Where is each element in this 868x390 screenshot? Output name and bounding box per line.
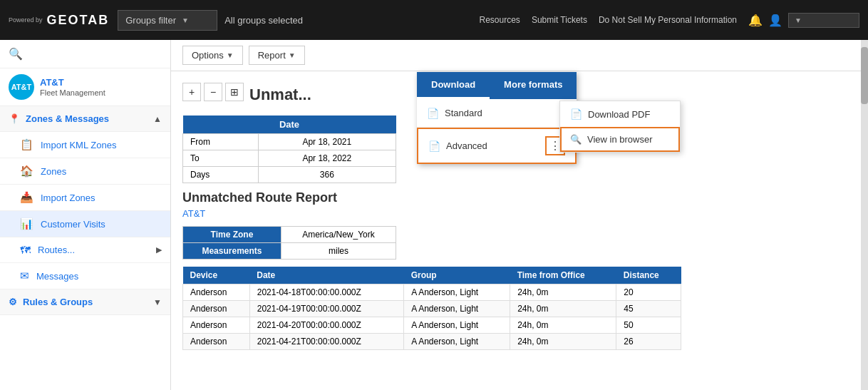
sub-dropdown: 📄 Download PDF 🔍 View in browser (559, 101, 681, 153)
customer-visits-icon: 📊 (20, 217, 33, 230)
download-pdf-item[interactable]: 📄 Download PDF (560, 101, 680, 127)
sidebar-brand: AT&T AT&T Fleet Management (0, 68, 170, 106)
main-content: Options ▼ Report ▼ + − ⊞ (171, 40, 868, 390)
col-header-device: Device (183, 267, 250, 284)
table-row: Anderson2021-04-20T00:00:00.000ZA Anders… (183, 317, 681, 334)
sidebar-section-rules-groups: ⚙ Rules & Groups ▼ (0, 289, 170, 315)
table-cell-4: 26 (616, 334, 681, 350)
top-bar-right: Resources Submit Tickets Do Not Sell My … (480, 13, 859, 28)
zones-icon: 🏠 (20, 165, 33, 178)
sidebar-item-zones[interactable]: 🏠 Zones (0, 158, 170, 185)
sidebar-section-header-zones[interactable]: 📍 Zones & Messages ▲ (0, 106, 170, 132)
advanced-item[interactable]: 📄 Advanced ⋮ (417, 128, 577, 164)
table-cell-1: 2021-04-19T00:00:00.000Z (249, 301, 403, 317)
download-tab[interactable]: Download (417, 72, 490, 99)
report-company: AT&T (182, 208, 857, 219)
zones-section-chevron-icon: ▲ (153, 114, 162, 124)
sidebar-item-import-zones[interactable]: 📥 Import Zones (0, 185, 170, 211)
col-header-distance: Distance (616, 267, 681, 284)
sidebar-section-header-rules[interactable]: ⚙ Rules & Groups ▼ (0, 289, 170, 315)
zones-section-icon: 📍 (9, 113, 20, 124)
search-icon[interactable]: 🔍 (9, 47, 23, 61)
sidebar-section-header-left: 📍 Zones & Messages (9, 113, 109, 124)
date-table: Date From Apr 18, 2021 To Apr 18, 2022 D… (182, 116, 396, 183)
customer-visits-label: Customer Visits (41, 219, 105, 230)
geotab-logo: Powered by GEOTAB (9, 13, 109, 28)
table-cell-3: 24h, 0m (510, 301, 616, 317)
user-dropdown[interactable]: ▼ (788, 13, 859, 28)
fit-button[interactable]: ⊞ (225, 83, 244, 101)
col-header-time: Time from Office (510, 267, 616, 284)
sidebar-item-messages[interactable]: ✉ Messages (0, 263, 170, 289)
view-in-browser-item[interactable]: 🔍 View in browser (560, 127, 680, 152)
submit-tickets-link[interactable]: Submit Tickets (532, 15, 587, 25)
att-logo-text: AT&T (11, 83, 32, 91)
notifications-bell-icon[interactable]: 🔔 (748, 14, 763, 27)
table-row: Anderson2021-04-19T00:00:00.000ZA Anders… (183, 301, 681, 317)
report-controls: + − ⊞ (182, 83, 244, 101)
standard-doc-icon: 📄 (427, 108, 439, 119)
days-value: 366 (258, 167, 396, 183)
messages-icon: ✉ (20, 270, 29, 282)
table-cell-2: A Anderson, Light (404, 284, 510, 301)
do-not-sell-link[interactable]: Do Not Sell My Personal Information (599, 15, 737, 25)
routes-label: Routes... (38, 245, 75, 255)
advanced-item-left: 📄 Advanced (428, 140, 487, 152)
advanced-doc-icon: 📄 (428, 140, 440, 152)
more-formats-tab[interactable]: More formats (490, 72, 577, 99)
rules-section-icon: ⚙ (9, 297, 17, 307)
routes-chevron-icon: ▶ (156, 245, 162, 255)
table-cell-4: 45 (616, 301, 681, 317)
att-brand-info: AT&T Fleet Management (40, 77, 105, 98)
dropdown-container: Download More formats 📄 Standard ⋮ 📄 (417, 72, 577, 164)
top-bar-left: Powered by GEOTAB Groups filter ▼ All gr… (9, 10, 303, 31)
all-groups-selected-text: All groups selected (217, 15, 303, 26)
resources-link[interactable]: Resources (480, 15, 520, 25)
from-value: Apr 18, 2021 (258, 134, 396, 150)
table-cell-1: 2021-04-21T00:00:00.000Z (249, 334, 403, 350)
zoom-in-button[interactable]: + (182, 83, 201, 101)
standard-item-left: 📄 Standard (427, 108, 482, 119)
timezone-value: America/New_York (281, 227, 396, 243)
sidebar-item-routes[interactable]: 🗺 Routes... ▶ (0, 237, 170, 263)
standard-item[interactable]: 📄 Standard ⋮ (417, 99, 577, 128)
to-label: To (183, 150, 259, 167)
table-cell-2: A Anderson, Light (404, 334, 510, 350)
import-kml-label: Import KML Zones (41, 140, 116, 150)
app-layout: 🔍 AT&T AT&T Fleet Management 📍 Zones & M… (0, 40, 868, 390)
advanced-label: Advanced (446, 140, 487, 151)
download-pdf-icon: 📄 (570, 108, 582, 120)
messages-label: Messages (36, 271, 78, 282)
zoom-out-button[interactable]: − (204, 83, 222, 101)
options-label: Options (192, 50, 224, 61)
table-cell-1: 2021-04-20T00:00:00.000Z (249, 317, 403, 334)
report-full-title: Unmatched Route Report (182, 190, 857, 205)
table-row: Anderson2021-04-18T00:00:00.000ZA Anders… (183, 284, 681, 301)
data-table: Device Date Group Time from Office Dista… (182, 267, 681, 350)
att-brand-sub: Fleet Management (40, 88, 105, 97)
groups-filter-button[interactable]: Groups filter ▼ (118, 10, 217, 31)
sidebar-item-import-kml-zones[interactable]: 📋 Import KML Zones (0, 132, 170, 158)
table-cell-3: 24h, 0m (510, 284, 616, 301)
import-zones-label: Import Zones (41, 193, 95, 203)
report-button[interactable]: Report ▼ (249, 46, 305, 65)
zones-label: Zones (41, 166, 66, 177)
sidebar-search-area: 🔍 (0, 40, 170, 68)
groups-filter-label: Groups filter (125, 15, 176, 26)
top-icons: 🔔 👤 ▼ (748, 13, 859, 28)
table-cell-3: 24h, 0m (510, 334, 616, 350)
options-button[interactable]: Options ▼ (182, 46, 243, 65)
import-zones-icon: 📥 (20, 191, 33, 204)
sidebar-item-customer-visits[interactable]: 📊 Customer Visits (0, 211, 170, 237)
to-value: Apr 18, 2022 (258, 150, 396, 167)
col-header-date: Date (249, 267, 403, 284)
table-cell-0: Anderson (183, 334, 250, 350)
timezone-label: Time Zone (183, 227, 281, 243)
report-chevron-icon: ▼ (289, 51, 296, 59)
right-scrollbar[interactable] (861, 40, 868, 390)
import-kml-icon: 📋 (20, 138, 33, 151)
user-profile-icon[interactable]: 👤 (768, 14, 782, 27)
table-row: Anderson2021-04-21T00:00:00.000ZA Anders… (183, 334, 681, 350)
user-dropdown-chevron-icon: ▼ (795, 16, 802, 24)
measurements-label: Measurements (183, 243, 281, 260)
